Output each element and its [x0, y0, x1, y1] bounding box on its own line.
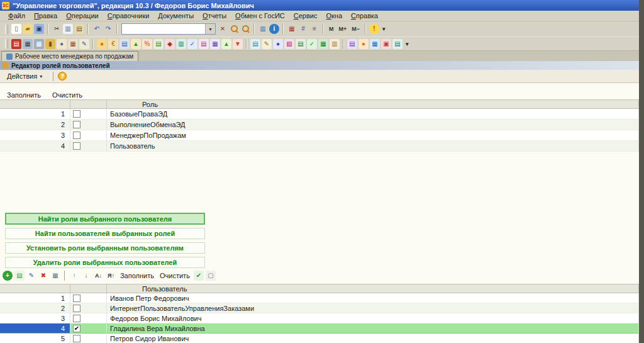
user-row[interactable]: 4 Гладилина Вера Михайловна [0, 323, 639, 334]
edit-row-button[interactable]: ✎ [26, 271, 36, 281]
toolbar-icon[interactable]: ● [358, 39, 369, 49]
toolbar-icon[interactable]: ▤ [153, 39, 164, 49]
toolbar-icon[interactable]: ▤ [11, 39, 21, 49]
menu-item-windows[interactable]: Окна [321, 11, 347, 20]
toolbar-icon[interactable]: ▥ [176, 39, 186, 49]
row-number-column-header[interactable] [0, 100, 70, 108]
clear-search-icon[interactable]: ✕ [218, 24, 228, 34]
row-checkbox[interactable] [73, 315, 80, 322]
toolbar-icon[interactable]: ▤ [119, 39, 130, 49]
toolbar-icon[interactable]: ▲ [221, 39, 231, 49]
menu-item-gosis-exchange[interactable]: Обмен с ГосИС [231, 11, 289, 20]
user-column-header[interactable]: Пользователь [107, 284, 639, 293]
info-icon[interactable]: i [269, 24, 279, 34]
check-all-button[interactable]: ✔ [194, 271, 204, 281]
menu-item-edit[interactable]: Правка [30, 11, 62, 20]
find-icon[interactable] [229, 24, 239, 34]
sort-desc-button[interactable]: Я↑ [106, 271, 116, 281]
toolbar-icon[interactable] [282, 24, 284, 34]
list-settings-button[interactable]: ▦ [50, 271, 60, 281]
row-check-cell[interactable] [70, 120, 107, 130]
toolbar-icon[interactable]: ▼ [233, 39, 243, 49]
add-row-button[interactable]: + [3, 271, 13, 281]
set-roles-to-selected-users-button[interactable]: Установить роли выбранным пользователям [5, 242, 205, 254]
toolbar-icon[interactable]: ▤ [347, 39, 357, 49]
redo-icon[interactable]: ↷ [103, 24, 113, 34]
row-check-cell[interactable] [70, 303, 107, 313]
role-row[interactable]: 2 ВыполнениеОбменаЭД [0, 120, 639, 130]
menu-item-catalogs[interactable]: Справочники [103, 11, 154, 20]
user-name[interactable]: Петров Сидор Иванович [107, 334, 639, 343]
toolbar-icon[interactable]: ▣ [381, 39, 391, 49]
memory-plus-icon[interactable]: М+ [337, 24, 349, 34]
find-roles-of-selected-user-button[interactable]: Найти роли выбранного пользователя [5, 213, 205, 225]
toolbar-icon[interactable]: ▤ [250, 39, 260, 49]
calculator-icon[interactable]: # [298, 24, 308, 34]
row-check-cell[interactable] [70, 334, 107, 343]
toolbar-icon[interactable]: % [142, 39, 152, 49]
role-name[interactable]: БазовыеПраваЭД [107, 109, 639, 120]
toolbar-icon[interactable] [64, 271, 65, 281]
toolbar-grip[interactable] [5, 39, 8, 48]
open-icon[interactable]: ▰ [23, 24, 33, 34]
row-check-cell[interactable] [70, 130, 107, 141]
menu-item-file[interactable]: Файл [4, 11, 30, 20]
user-name[interactable]: ИнтернетПользовательУправленияЗаказами [107, 303, 639, 313]
row-checkbox[interactable] [73, 110, 80, 118]
view-icon[interactable]: ▥ [258, 24, 268, 34]
checkbox-column-header[interactable] [70, 284, 107, 293]
toolbar-icon[interactable] [116, 24, 118, 34]
checkbox-column-header[interactable] [70, 100, 107, 108]
move-up-button[interactable]: ↑ [69, 271, 79, 281]
row-checkbox[interactable] [73, 142, 80, 150]
menu-item-help[interactable]: Справка [347, 11, 382, 20]
user-row[interactable]: 1 Иванов Петр Федорович [0, 293, 639, 303]
toolbar-icon[interactable] [323, 24, 324, 34]
toolbar-icon[interactable]: ● [57, 39, 67, 49]
user-row[interactable]: 2 ИнтернетПользовательУправленияЗаказами [0, 303, 639, 313]
tab-sales-manager-workplace[interactable]: Рабочее место менеджера по продажам [1, 51, 138, 61]
clear-users-button[interactable]: Очистить [158, 271, 192, 280]
delete-row-button[interactable]: ✖ [38, 271, 48, 281]
toolbar-icon[interactable]: ✎ [262, 39, 272, 49]
sort-asc-button[interactable]: А↓ [93, 271, 104, 281]
uncheck-all-button[interactable]: ▢ [206, 271, 216, 281]
row-check-cell[interactable] [70, 323, 107, 334]
help-icon[interactable]: ? [58, 72, 67, 81]
row-checkbox[interactable] [73, 305, 80, 312]
toolbar-icon[interactable] [246, 39, 247, 49]
role-row[interactable]: 1 БазовыеПраваЭД [0, 109, 639, 120]
toolbar-icon[interactable]: ▦ [23, 39, 33, 49]
row-check-cell[interactable] [70, 313, 107, 323]
toolbar-icon[interactable]: ▦ [68, 39, 78, 49]
memory-minus-icon[interactable]: М− [350, 24, 362, 34]
toolbar-icon[interactable] [253, 24, 255, 34]
toolbar-icon[interactable]: € [108, 39, 118, 49]
toolbar-grip[interactable] [5, 25, 8, 34]
combobox-dropdown-icon[interactable]: ▼ [205, 24, 215, 34]
toolbar-overflow-icon[interactable]: ▾ [380, 24, 387, 34]
find-next-icon[interactable] [240, 24, 250, 34]
menu-item-reports[interactable]: Отчеты [198, 11, 231, 20]
new-document-icon[interactable]: ▯ [11, 24, 21, 34]
memory-icon[interactable]: М [327, 24, 336, 34]
fill-roles-button[interactable]: Заполнить [5, 91, 43, 99]
role-name[interactable]: ВыполнениеОбменаЭД [107, 120, 639, 130]
move-down-button[interactable]: ↓ [81, 271, 91, 281]
tip-icon[interactable]: ! [369, 24, 379, 34]
undo-icon[interactable]: ↶ [92, 24, 102, 34]
toolbar-icon[interactable]: ✎ [79, 39, 89, 49]
cut-icon[interactable]: ✂ [52, 24, 62, 34]
copy-icon[interactable]: ▥ [63, 24, 73, 34]
toolbar-icon[interactable]: ▤ [296, 39, 306, 49]
toolbar-icon[interactable]: ✓ [307, 39, 317, 49]
user-name[interactable]: Федоров Борис Михайлович [107, 313, 639, 323]
clear-roles-button[interactable]: Очистить [50, 91, 84, 99]
copy-row-button[interactable]: ▤ [14, 271, 25, 281]
toolbar-icon[interactable] [92, 39, 94, 49]
save-icon[interactable]: ▣ [34, 24, 44, 34]
toolbar-icon[interactable]: ▤ [199, 39, 209, 49]
row-check-cell[interactable] [70, 141, 107, 152]
toolbar-icon[interactable]: ▦ [34, 39, 44, 49]
row-check-cell[interactable] [70, 109, 107, 120]
